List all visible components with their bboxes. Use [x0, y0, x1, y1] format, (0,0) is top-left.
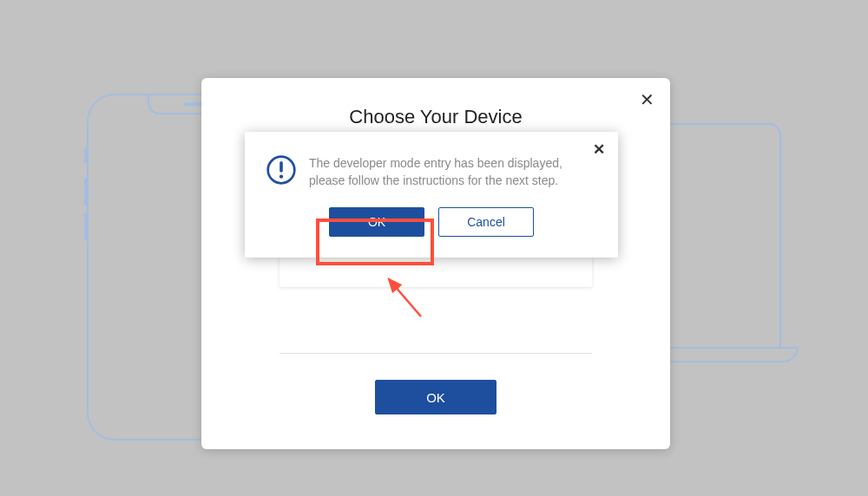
- close-alert-button[interactable]: ✕: [589, 139, 609, 160]
- svg-rect-1: [279, 161, 283, 173]
- alert-message: The developer mode entry has been displa…: [309, 154, 597, 190]
- alert-cancel-button[interactable]: Cancel: [438, 207, 534, 237]
- alert-ok-button[interactable]: OK: [329, 207, 424, 237]
- close-icon: ✕: [593, 141, 605, 158]
- modal-title: Choose Your Device: [227, 106, 644, 128]
- choose-device-modal: ✕ Choose Your Device OK ✕ The developer …: [201, 78, 670, 449]
- developer-mode-alert: ✕ The developer mode entry has been disp…: [245, 132, 618, 258]
- button-label: OK: [426, 390, 445, 405]
- phone-side-button: [84, 178, 87, 206]
- caution-icon: [266, 154, 297, 186]
- svg-point-2: [279, 174, 283, 178]
- button-label: OK: [368, 215, 385, 229]
- button-label: Cancel: [467, 215, 505, 229]
- close-modal-button[interactable]: ✕: [635, 88, 658, 111]
- phone-side-button: [84, 212, 87, 240]
- close-icon: ✕: [640, 90, 654, 109]
- modal-ok-button[interactable]: OK: [375, 380, 496, 414]
- phone-side-button: [84, 147, 87, 163]
- divider: [279, 353, 592, 354]
